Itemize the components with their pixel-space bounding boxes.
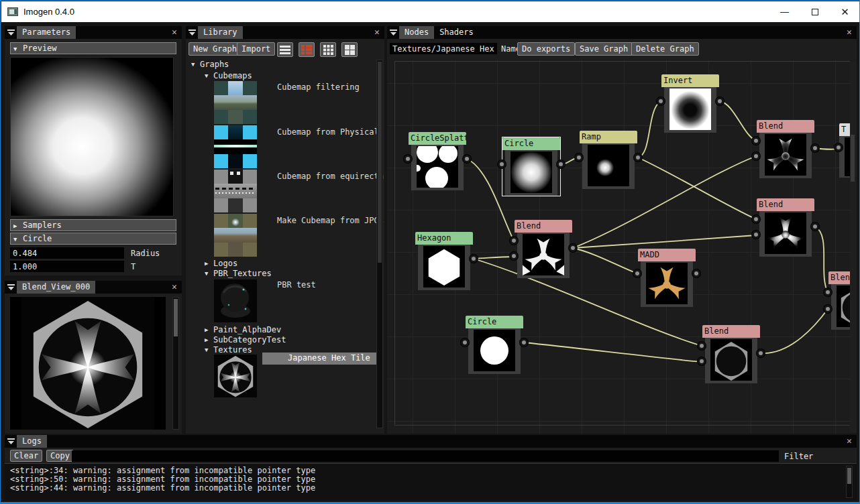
library-item-label[interactable]: Cubemap from equirecta <box>277 172 384 181</box>
t-field[interactable] <box>10 261 124 272</box>
japanese-hex-tile-thumbnail[interactable] <box>214 355 257 397</box>
detail-list-view-button[interactable] <box>299 42 315 57</box>
input-connector-b[interactable] <box>698 357 706 365</box>
node-blend-1[interactable]: Blend <box>757 120 814 178</box>
logs-close-icon[interactable]: ✕ <box>844 436 855 446</box>
library-item-label[interactable]: PBR test <box>277 280 316 290</box>
scrollbar-thumb[interactable] <box>847 468 851 484</box>
input-connector-b[interactable] <box>824 305 832 313</box>
output-connector[interactable] <box>811 144 819 152</box>
input-connector[interactable] <box>461 338 469 346</box>
small-grid-view-button[interactable] <box>320 42 336 57</box>
library-item-label[interactable]: Cubemap filtering <box>277 82 360 92</box>
filter-input[interactable] <box>72 450 779 462</box>
tree-category-paint-alphadev[interactable]: ▶Paint_AlphaDev <box>205 325 281 334</box>
output-connector[interactable] <box>463 155 471 163</box>
scrollbar-thumb[interactable] <box>174 299 178 336</box>
clear-button[interactable]: Clear <box>10 450 42 462</box>
node-title[interactable]: Ramp <box>580 131 637 143</box>
input-connector-a[interactable] <box>752 215 760 223</box>
node-blend-center[interactable]: Blend <box>515 220 572 278</box>
list-view-button[interactable] <box>277 42 293 57</box>
node-circlesplatter[interactable]: CircleSplatter <box>409 132 466 190</box>
node-title[interactable]: Invert <box>661 74 719 87</box>
node-title[interactable]: MADD <box>638 249 696 261</box>
node-circle-selected[interactable]: Circle <box>502 137 560 196</box>
delete-graph-button[interactable]: Delete Graph <box>631 42 699 56</box>
cubemap-filtering-thumbnail[interactable] <box>214 81 257 124</box>
node-title[interactable]: Blend <box>757 120 814 133</box>
canvas-scrollbar[interactable] <box>850 61 857 432</box>
tab-shaders[interactable]: Shaders <box>434 26 479 39</box>
output-connector[interactable] <box>569 244 577 252</box>
library-tab[interactable]: Library <box>198 26 243 39</box>
output-connector[interactable] <box>757 349 765 357</box>
tree-category-pbr-textures[interactable]: ▼PBR_Textures <box>205 269 272 278</box>
node-blend-2[interactable]: Blend <box>757 198 814 257</box>
input-connector[interactable] <box>575 153 583 162</box>
node-invert[interactable]: Invert <box>661 74 719 133</box>
library-item-label[interactable]: Cubemap from Physical <box>277 127 379 137</box>
node-title[interactable]: CircleSplatter <box>409 132 466 145</box>
node-title[interactable]: Circle <box>502 137 560 150</box>
node-ramp[interactable]: Ramp <box>580 131 637 189</box>
input-connector-b[interactable] <box>510 252 518 260</box>
scrollbar-thumb[interactable] <box>851 135 855 182</box>
library-close-icon[interactable]: ✕ <box>372 27 382 38</box>
input-connector[interactable] <box>498 160 506 168</box>
input-connector-a[interactable] <box>824 288 832 296</box>
blend-view-scrollbar[interactable] <box>172 297 179 430</box>
logs-scrollbar[interactable] <box>846 466 853 498</box>
input-connector-b[interactable] <box>752 231 760 239</box>
collapse-icon[interactable] <box>5 281 17 294</box>
tree-category-graphs[interactable]: ▼Graphs <box>191 60 229 69</box>
node-blend-bottom[interactable]: Blend <box>702 325 760 383</box>
node-graph-canvas[interactable]: CircleSplatter Circle Ramp Invert <box>387 60 857 434</box>
circle-section-header[interactable]: ▼Circle <box>10 233 176 245</box>
tree-category-cubemaps[interactable]: ▼Cubemaps <box>205 71 252 80</box>
logs-tab[interactable]: Logs <box>17 435 47 448</box>
preview-section-header[interactable]: ▼Preview <box>10 42 176 54</box>
cubemap-physical-thumbnail[interactable] <box>214 125 257 168</box>
node-title[interactable]: Hexagon <box>415 232 473 245</box>
node-circle-2[interactable]: Circle <box>466 316 523 374</box>
node-hexagon[interactable]: Hexagon <box>415 232 473 290</box>
graph-name-input[interactable] <box>390 43 497 54</box>
blend-view-close-icon[interactable]: ✕ <box>169 281 180 292</box>
close-button[interactable]: ✕ <box>830 1 860 22</box>
cubemap-equirect-thumbnail[interactable] <box>214 170 257 212</box>
tab-nodes[interactable]: Nodes <box>399 26 434 39</box>
collapse-icon[interactable] <box>186 26 198 39</box>
new-graph-button[interactable]: New Graph <box>189 42 241 56</box>
library-item-selected[interactable]: Japanese Hex Tile <box>262 353 380 365</box>
output-connector[interactable] <box>520 338 528 346</box>
input-connector[interactable] <box>404 155 412 163</box>
output-connector[interactable] <box>634 153 642 162</box>
output-connector[interactable] <box>470 255 478 263</box>
tree-category-logos[interactable]: ▶Logos <box>205 259 237 268</box>
nodes-close-icon[interactable]: ✕ <box>844 27 855 38</box>
large-grid-view-button[interactable] <box>341 42 358 57</box>
node-madd[interactable]: MADD <box>638 249 696 307</box>
tree-category-subcategorytest[interactable]: ▶SubCategoryTest <box>205 335 286 344</box>
output-connector[interactable] <box>692 269 700 277</box>
input-connector-b[interactable] <box>752 152 760 160</box>
input-connector[interactable] <box>633 269 641 277</box>
output-connector[interactable] <box>716 97 724 105</box>
input-connector-a[interactable] <box>510 237 518 245</box>
node-title[interactable]: Blend <box>515 220 572 233</box>
output-connector[interactable] <box>811 223 819 231</box>
input-connector-a[interactable] <box>752 137 760 145</box>
library-scrollbar[interactable] <box>376 60 383 428</box>
input-connector[interactable] <box>835 143 843 151</box>
scrollbar-thumb[interactable] <box>378 62 382 263</box>
node-title[interactable]: Circle <box>466 316 523 328</box>
node-title[interactable]: Blend <box>757 198 814 211</box>
tree-category-textures[interactable]: ▼Textures <box>205 345 252 355</box>
parameters-close-icon[interactable]: ✕ <box>169 27 180 38</box>
node-title[interactable]: Blend <box>702 325 760 338</box>
collapse-icon[interactable] <box>387 26 399 39</box>
copy-button[interactable]: Copy <box>46 450 74 462</box>
samplers-section-header[interactable]: ▶Samplers <box>10 219 176 231</box>
library-item-label[interactable]: Make Cubemap from JPGs <box>277 216 384 225</box>
